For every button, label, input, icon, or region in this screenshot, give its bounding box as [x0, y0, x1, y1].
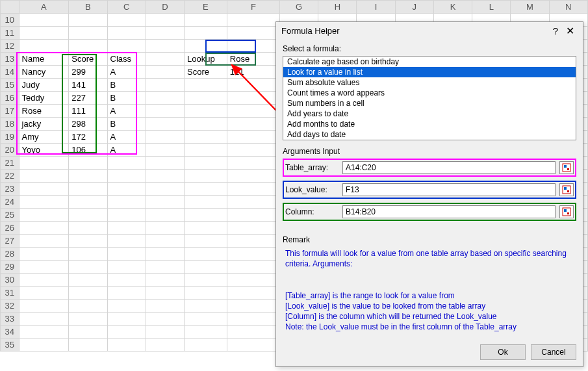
- col-header-I[interactable]: I: [357, 1, 395, 14]
- col-header-N[interactable]: N: [549, 1, 587, 14]
- cell-C15[interactable]: B: [107, 79, 146, 92]
- formula-option[interactable]: Add years to date: [283, 109, 576, 119]
- cell-B27[interactable]: [69, 235, 107, 248]
- cell-B23[interactable]: [69, 183, 107, 196]
- cell-A22[interactable]: [19, 170, 69, 183]
- formula-option[interactable]: Add days to date: [283, 129, 576, 140]
- row-header-27[interactable]: 27: [1, 235, 19, 248]
- cell-F14[interactable]: 111: [227, 66, 279, 79]
- cell-F29[interactable]: [227, 261, 279, 274]
- cell-C31[interactable]: [107, 287, 146, 300]
- cell-C23[interactable]: [107, 183, 146, 196]
- cell-E16[interactable]: [185, 92, 227, 105]
- cell-D30[interactable]: [146, 274, 184, 287]
- cell-D28[interactable]: [146, 248, 184, 261]
- cell-B26[interactable]: [69, 222, 107, 235]
- cell-A14[interactable]: Nancy: [19, 66, 69, 79]
- row-header-23[interactable]: 23: [1, 183, 19, 196]
- cell-A24[interactable]: [19, 196, 69, 209]
- cell-E19[interactable]: [185, 131, 227, 144]
- cell-E15[interactable]: [185, 79, 227, 92]
- cell-A20[interactable]: Yoyo: [19, 144, 69, 157]
- cell-A10[interactable]: [19, 14, 69, 27]
- cell-D14[interactable]: [146, 66, 184, 79]
- row-header-18[interactable]: 18: [1, 118, 19, 131]
- cell-D35[interactable]: [146, 339, 184, 352]
- cell-B13[interactable]: Score: [69, 53, 107, 66]
- cell-A30[interactable]: [19, 274, 69, 287]
- cell-F21[interactable]: [227, 157, 279, 170]
- cell-B19[interactable]: 172: [69, 131, 107, 144]
- row-header-26[interactable]: 26: [1, 222, 19, 235]
- cell-D21[interactable]: [146, 157, 184, 170]
- cell-A19[interactable]: Amy: [19, 131, 69, 144]
- col-header-M[interactable]: M: [511, 1, 549, 14]
- cell-F18[interactable]: [227, 118, 279, 131]
- cell-C29[interactable]: [107, 261, 146, 274]
- row-header-20[interactable]: 20: [1, 144, 19, 157]
- cell-C14[interactable]: A: [107, 66, 146, 79]
- cell-F13[interactable]: Rose: [227, 53, 279, 66]
- cell-D20[interactable]: [146, 144, 184, 157]
- col-header-F[interactable]: F: [227, 1, 279, 14]
- row-header-30[interactable]: 30: [1, 274, 19, 287]
- formula-listbox[interactable]: Calculate age based on birthdayLook for …: [283, 56, 576, 140]
- cell-C26[interactable]: [107, 222, 146, 235]
- cell-C35[interactable]: [107, 339, 146, 352]
- cell-B15[interactable]: 141: [69, 79, 107, 92]
- row-header-35[interactable]: 35: [1, 339, 19, 352]
- cell-A16[interactable]: Teddy: [19, 92, 69, 105]
- row-header-15[interactable]: 15: [1, 79, 19, 92]
- cell-D11[interactable]: [146, 27, 184, 40]
- cell-F28[interactable]: [227, 248, 279, 261]
- cell-C32[interactable]: [107, 300, 146, 313]
- cell-D31[interactable]: [146, 287, 184, 300]
- cell-C18[interactable]: B: [107, 118, 146, 131]
- cell-F31[interactable]: [227, 287, 279, 300]
- cell-E10[interactable]: [185, 14, 227, 27]
- cell-A26[interactable]: [19, 222, 69, 235]
- cell-F12[interactable]: [227, 40, 279, 53]
- cell-C11[interactable]: [107, 27, 146, 40]
- col-header-G[interactable]: G: [279, 1, 318, 14]
- cell-D19[interactable]: [146, 131, 184, 144]
- cell-E29[interactable]: [185, 261, 227, 274]
- formula-option[interactable]: Look for a value in list: [283, 67, 576, 77]
- cell-D13[interactable]: [146, 53, 184, 66]
- cell-F26[interactable]: [227, 222, 279, 235]
- cell-D27[interactable]: [146, 235, 184, 248]
- cell-E23[interactable]: [185, 183, 227, 196]
- row-header-17[interactable]: 17: [1, 105, 19, 118]
- cell-C24[interactable]: [107, 196, 146, 209]
- cell-C17[interactable]: A: [107, 105, 146, 118]
- row-header-19[interactable]: 19: [1, 131, 19, 144]
- cell-A17[interactable]: Rose: [19, 105, 69, 118]
- row-header-32[interactable]: 32: [1, 300, 19, 313]
- cell-B12[interactable]: [69, 40, 107, 53]
- formula-option[interactable]: Add months to date: [283, 119, 576, 129]
- cell-C28[interactable]: [107, 248, 146, 261]
- cell-B33[interactable]: [69, 313, 107, 326]
- cell-B28[interactable]: [69, 248, 107, 261]
- formula-option[interactable]: Count times a word appears: [283, 88, 576, 98]
- cell-C13[interactable]: Class: [107, 53, 146, 66]
- arg-input-0[interactable]: [342, 161, 556, 174]
- cell-D23[interactable]: [146, 183, 184, 196]
- cell-B10[interactable]: [69, 14, 107, 27]
- cell-E32[interactable]: [185, 300, 227, 313]
- cancel-button[interactable]: Cancel: [531, 344, 576, 360]
- cell-E22[interactable]: [185, 170, 227, 183]
- cell-A23[interactable]: [19, 183, 69, 196]
- cell-B20[interactable]: 106: [69, 144, 107, 157]
- cell-D15[interactable]: [146, 79, 184, 92]
- row-header-33[interactable]: 33: [1, 313, 19, 326]
- cell-B35[interactable]: [69, 339, 107, 352]
- cell-D26[interactable]: [146, 222, 184, 235]
- row-header-29[interactable]: 29: [1, 261, 19, 274]
- cell-A18[interactable]: jacky: [19, 118, 69, 131]
- cell-B21[interactable]: [69, 157, 107, 170]
- cell-E14[interactable]: Score: [185, 66, 227, 79]
- cell-A12[interactable]: [19, 40, 69, 53]
- cell-B30[interactable]: [69, 274, 107, 287]
- cell-E35[interactable]: [185, 339, 227, 352]
